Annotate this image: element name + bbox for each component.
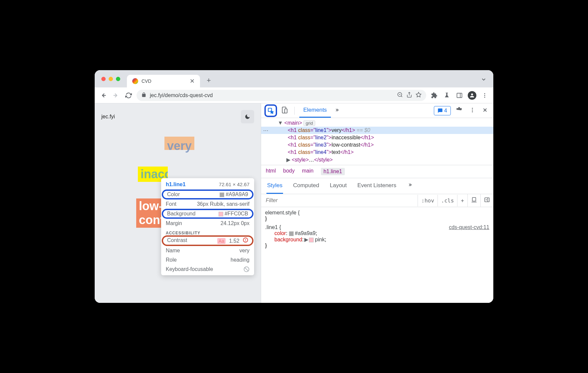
browser-tab[interactable]: CVD ✕ xyxy=(127,75,200,87)
back-button[interactable] xyxy=(99,91,108,100)
close-window-button[interactable] xyxy=(101,77,106,81)
tooltip-a11y-header: ACCESSIBILITY xyxy=(161,228,254,235)
color-swatch-icon[interactable] xyxy=(289,231,294,236)
minimize-window-button[interactable] xyxy=(109,77,113,81)
more-tabs-button[interactable] xyxy=(334,108,340,114)
styles-tabbar: Styles Computed Layout Event Listeners xyxy=(261,178,493,194)
tooltip-color-value: #A9A9A9 xyxy=(226,191,248,197)
element-style-rule: element.style { xyxy=(265,210,489,216)
tooltip-contrast-value: 1.52 xyxy=(229,238,239,244)
tree-node[interactable]: ▶<style>…</style> xyxy=(261,156,493,164)
svg-point-22 xyxy=(472,111,473,112)
svg-point-21 xyxy=(472,109,473,110)
more-styles-tabs-button[interactable] xyxy=(406,178,413,194)
heading-line1: very xyxy=(164,137,194,150)
address-bar[interactable]: jec.fyi/demo/cds-quest-cvd xyxy=(137,90,426,101)
message-icon xyxy=(438,108,443,113)
svg-point-11 xyxy=(484,96,485,97)
tab-computed[interactable]: Computed xyxy=(292,178,320,194)
tooltip-font-row: Font 36px Rubik, sans-serif xyxy=(161,199,254,209)
sidebar-icon[interactable] xyxy=(455,91,464,100)
tab-styles[interactable]: Styles xyxy=(266,178,283,194)
tooltip-name-label: Name xyxy=(166,248,180,254)
devtools-toolbar: Elements 4 xyxy=(261,103,493,118)
styles-content[interactable]: element.style { } .line1 { cds-quest-cvd… xyxy=(261,207,493,251)
device-mode-button[interactable] xyxy=(280,106,290,115)
element-tooltip: h1.line1 72.61 × 42.67 Color #A9A9A9 Fon… xyxy=(161,178,254,275)
bg-swatch-icon[interactable] xyxy=(309,238,314,242)
elements-tree[interactable]: ▼<main>grid <h1 class="line1">very</h1> … xyxy=(261,118,493,165)
rule-source-link[interactable]: cds-quest-cvd:11 xyxy=(449,224,489,230)
console-messages-button[interactable]: 4 xyxy=(434,106,451,115)
maximize-window-button[interactable] xyxy=(116,77,120,81)
close-tab-button[interactable]: ✕ xyxy=(190,77,195,85)
tooltip-role-label: Role xyxy=(166,257,177,263)
svg-rect-25 xyxy=(472,197,476,201)
css-prop-background[interactable]: background:▶pink; xyxy=(265,236,489,243)
tooltip-margin-label: Margin xyxy=(166,220,182,226)
color-swatch xyxy=(220,192,224,197)
tree-node[interactable]: <h1 class="line4">text</h1> xyxy=(261,149,493,156)
svg-line-3 xyxy=(401,96,402,97)
zoom-out-icon[interactable] xyxy=(397,92,403,99)
forward-button[interactable] xyxy=(111,91,121,100)
tooltip-font-value: 36px Rubik, sans-serif xyxy=(197,201,249,207)
devtools-panel: Elements 4 xyxy=(261,103,493,303)
hov-button[interactable]: :hov xyxy=(418,195,438,206)
close-devtools-button[interactable] xyxy=(480,107,490,114)
tree-node[interactable]: <h1 class="line3">low-contrast</h1> xyxy=(261,141,493,149)
profile-avatar[interactable] xyxy=(467,91,477,100)
bookmark-star-icon[interactable] xyxy=(416,92,422,99)
tooltip-role-row: Role heading xyxy=(161,255,254,265)
window-titlebar: CVD ✕ + xyxy=(95,70,493,87)
add-rule-button[interactable]: + xyxy=(457,195,467,206)
crumb-h1[interactable]: h1.line1 xyxy=(321,168,345,175)
toggle-sidebar-button[interactable] xyxy=(480,194,493,207)
labs-icon[interactable] xyxy=(442,91,451,100)
tree-node[interactable]: <h1 class="line2">inaccessible</h1> xyxy=(261,134,493,141)
cls-button[interactable]: .cls xyxy=(438,195,457,206)
bg-swatch xyxy=(219,212,223,216)
new-tab-button[interactable]: + xyxy=(207,76,211,85)
devtools-menu-button[interactable] xyxy=(467,107,477,114)
tooltip-margin-row: Margin 24.12px 0px xyxy=(161,219,254,228)
warning-icon xyxy=(243,238,248,244)
tab-elements[interactable]: Elements xyxy=(299,103,331,118)
tree-node-selected[interactable]: <h1 class="line1">very</h1> == $0 xyxy=(261,127,493,134)
crumb-html[interactable]: html xyxy=(266,168,276,175)
tooltip-kbd-row: Keyboard-focusable xyxy=(161,265,254,275)
message-count: 4 xyxy=(444,108,447,114)
extensions-icon[interactable] xyxy=(430,91,439,100)
tab-event-listeners[interactable]: Event Listeners xyxy=(357,178,397,194)
tab-layout[interactable]: Layout xyxy=(329,178,347,194)
tabs-dropdown-button[interactable] xyxy=(481,76,487,84)
tooltip-contrast-label: Contrast xyxy=(167,237,187,244)
crumb-main[interactable]: main xyxy=(302,168,314,175)
svg-rect-7 xyxy=(457,93,462,97)
theme-toggle-button[interactable] xyxy=(241,110,254,123)
tooltip-contrast-row: Contrast Aa 1.52 xyxy=(162,235,253,246)
tooltip-dimensions: 72.61 × 42.67 xyxy=(219,182,249,187)
css-prop-color[interactable]: color: #a9a9a9; xyxy=(265,230,489,236)
menu-button[interactable] xyxy=(480,91,489,100)
breadcrumbs: html body main h1.line1 xyxy=(261,165,493,178)
inspect-element-button[interactable] xyxy=(264,104,277,117)
tooltip-kbd-label: Keyboard-focusable xyxy=(166,266,213,274)
settings-button[interactable] xyxy=(453,106,465,115)
device-styles-button[interactable] xyxy=(467,194,480,207)
page-site-title: jec.fyi xyxy=(101,114,115,120)
tooltip-role-value: heading xyxy=(231,257,249,263)
styles-filter-input[interactable] xyxy=(261,194,418,207)
share-icon[interactable] xyxy=(406,92,412,99)
svg-point-9 xyxy=(484,93,485,94)
contrast-badge: Aa xyxy=(217,238,226,244)
svg-rect-27 xyxy=(485,198,489,202)
tooltip-selector: h1.line1 xyxy=(166,182,186,187)
grid-badge[interactable]: grid xyxy=(303,120,315,126)
url-text: jec.fyi/demo/cds-quest-cvd xyxy=(150,92,394,98)
reload-button[interactable] xyxy=(124,91,133,100)
tooltip-margin-value: 24.12px 0px xyxy=(221,220,249,226)
crumb-body[interactable]: body xyxy=(283,168,295,175)
lock-icon xyxy=(141,92,147,99)
tooltip-color-label: Color xyxy=(167,191,180,197)
